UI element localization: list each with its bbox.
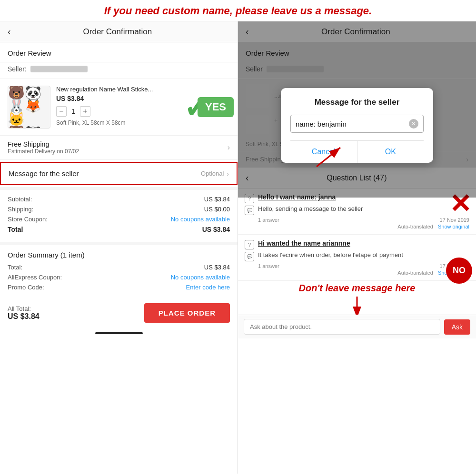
a1-auto: Auto-translated (397, 224, 433, 229)
question-list-panel: ‹ Question List (47) ? Hello I want name… (238, 167, 476, 474)
subtotal-label: Subtotal: (8, 196, 32, 203)
aliexpress-coupon-value: No coupons available (171, 274, 230, 281)
aliexpress-coupon-label: AliExpress Coupon: (8, 274, 62, 281)
a2-count: 1 answer (258, 263, 279, 269)
left-panel: ‹ Order Confirmation Order Review Seller… (0, 21, 238, 474)
question-item-2: ? Hi wanted the name ariannne 💬 It takes… (238, 235, 476, 281)
shipping-label: Free Shipping (8, 140, 79, 148)
right-panel: ‹ Order Confirmation Order Review Seller… (238, 21, 476, 474)
a2-icon: 💬 (245, 252, 254, 261)
question-items-wrapper: ? Hello I want name: janna 💬 Hello, send… (238, 188, 476, 281)
place-order-button[interactable]: PLACE ORDER (144, 303, 230, 323)
top-banner: If you need custom name, please leave us… (0, 0, 476, 21)
modal-title: Message for the seller (290, 98, 424, 107)
a2-text: It takes l'ecrire when order, before l'e… (258, 251, 403, 258)
product-row: 🐻🐼🐰🦊🐱🐻🐼🐰🦊🐱 New regulation Name Wall Stic… (0, 79, 238, 136)
yes-badge: YES (198, 97, 234, 117)
left-back-arrow[interactable]: ‹ (8, 26, 11, 37)
qty-plus-btn[interactable]: + (80, 106, 90, 117)
ask-button[interactable]: Ask (444, 319, 470, 335)
message-for-seller-row[interactable]: Message for the seller Optional › (0, 162, 238, 185)
total-value: US $3.84 (202, 226, 230, 233)
shipping-arrow-icon: › (228, 143, 230, 152)
store-coupon-value: No coupons available (171, 216, 230, 223)
left-panel-title: Order Confirmation (17, 27, 218, 37)
modal-input-row[interactable]: name: benjamin ✕ (290, 115, 424, 133)
order-summary-section: Order Summary (1 item) Total: US $3.84 A… (0, 245, 238, 299)
product-image: 🐻🐼🐰🦊🐱🐻🐼🐰🦊🐱 (8, 86, 50, 129)
promo-code-value[interactable]: Enter code here (186, 284, 230, 291)
cost-section: Subtotal: US $3.84 Shipping: US $0.00 St… (0, 190, 238, 242)
left-panel-header: ‹ Order Confirmation (0, 21, 238, 42)
modal-input-value[interactable]: name: benjamin (296, 120, 409, 128)
right-grayed-area: ‹ Order Confirmation Order Review Seller… (238, 21, 476, 167)
modal-ok-btn[interactable]: OK (357, 141, 424, 163)
seller-label: Seller: (8, 65, 27, 73)
summary-total-label: Total: (8, 264, 22, 271)
a1-count: 1 answer (258, 217, 279, 223)
all-total-amount: US $3.84 (8, 312, 40, 321)
modal-overlay: Message for the seller name: benjamin ✕ … (238, 21, 476, 198)
no-badge: NO (446, 258, 472, 284)
modal-clear-btn[interactable]: ✕ (409, 119, 418, 129)
subtotal-value: US $3.84 (204, 196, 230, 203)
red-arrow-down (238, 296, 476, 315)
store-coupon-label: Store Coupon: (8, 216, 48, 223)
svg-line-1 (317, 148, 340, 167)
qty-minus-btn[interactable]: − (56, 106, 67, 117)
q2-text: Hi wanted the name ariannne (258, 239, 350, 247)
a1-icon: 💬 (245, 206, 254, 215)
all-total-label: All Total: (8, 305, 40, 312)
qty-number: 1 (71, 108, 75, 115)
a1-text: Hello, sending a message to the seller (258, 205, 363, 212)
modal-box: Message for the seller name: benjamin ✕ … (281, 88, 433, 163)
dont-leave-banner: Don't leave message here (238, 281, 476, 296)
order-review-label: Order Review (0, 42, 238, 62)
ask-row: Ask (238, 315, 476, 338)
ask-input[interactable] (244, 319, 440, 335)
a1-show-original[interactable]: Show original (438, 224, 469, 229)
shipping-cost-value: US $0.00 (204, 206, 230, 213)
message-arrow-icon: › (227, 170, 229, 178)
seller-row: Seller: (0, 62, 238, 79)
shipping-date: Estimated Delivery on 07/02 (8, 148, 79, 155)
message-optional-label: Optional (201, 170, 224, 177)
promo-code-label: Promo Code: (8, 284, 44, 291)
order-summary-title: Order Summary (1 item) (8, 251, 230, 259)
q2-icon: ? (245, 240, 254, 249)
a2-auto: Auto-translated (397, 270, 433, 276)
red-arrow-container (312, 143, 350, 173)
shipping-cost-label: Shipping: (8, 206, 33, 213)
total-label: Total (8, 226, 23, 233)
modal-actions: Cancel OK (290, 140, 424, 163)
summary-total-value: US $3.84 (204, 264, 230, 271)
shipping-row: Free Shipping Estimated Delivery on 07/0… (0, 136, 238, 160)
message-for-seller-label: Message for the seller (9, 169, 79, 178)
seller-name-blur (30, 66, 88, 72)
